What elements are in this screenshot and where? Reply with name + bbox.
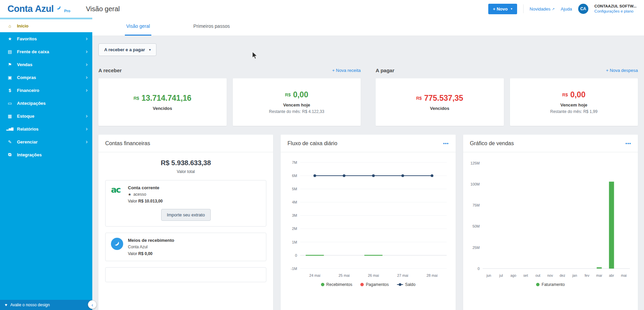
- sidebar-item-antecipacoes[interactable]: ▭ Antecipações: [0, 97, 92, 110]
- svg-text:mai: mai: [621, 274, 627, 277]
- sidebar-item-integracoes[interactable]: ⧉ Integrações: [0, 148, 92, 161]
- svg-text:dez: dez: [560, 274, 565, 277]
- header-actions: + Novo ▾ Novidades ↗ Ajuda CA CONTAAZUL …: [488, 4, 637, 14]
- panel-menu-button[interactable]: •••: [625, 141, 631, 146]
- account-card[interactable]: [105, 267, 266, 282]
- conta-corrente-card[interactable]: ac Conta corrente ★ acesso Valor: [105, 180, 266, 227]
- heart-icon: ♥: [5, 303, 7, 307]
- svg-text:28 mai: 28 mai: [427, 273, 438, 277]
- a-receber-section: A receber + Nova receita R$ 13.714.741,1…: [98, 67, 361, 126]
- main-content: Visão geral Primeiros passos A receber e…: [92, 18, 644, 310]
- legend-recebimentos: Recebimentos: [321, 282, 353, 287]
- cashflow-legend: Recebimentos Pagamentos Saldo: [284, 282, 452, 287]
- svg-text:mar: mar: [596, 274, 602, 277]
- pagar-vencidos-card[interactable]: R$ 775.537,35 Vencidos: [376, 78, 504, 126]
- collapse-sidebar-button[interactable]: ‹: [88, 300, 97, 309]
- importe-extrato-button[interactable]: Importe seu extrato: [161, 209, 211, 221]
- sidebar-item-financeiro[interactable]: $ Financeiro ›: [0, 84, 92, 97]
- sidebar-item-favoritos[interactable]: ★ Favoritos ›: [0, 32, 92, 45]
- contaazul-bird-icon: [56, 5, 62, 13]
- receber-hoje-amount: 0,00: [293, 90, 308, 99]
- meios-recebimento-valor: R$ 0,00: [138, 251, 152, 256]
- red-dot-icon: [360, 283, 364, 286]
- sidebar-item-gerenciar[interactable]: ✎ Gerenciar ›: [0, 135, 92, 148]
- contaazul-dashboard: Conta Azul Pro Visão geral + Novo ▾ Novi…: [0, 0, 644, 310]
- pagar-hoje-amount: 0,00: [570, 90, 586, 99]
- account-menu[interactable]: CONTAAZUL SOFTW... Configurações e plano: [594, 4, 637, 14]
- svg-text:out: out: [535, 274, 541, 277]
- tab-primeiros-passos[interactable]: Primeiros passos: [192, 18, 231, 36]
- chevron-right-icon: ›: [86, 139, 88, 145]
- svg-text:7M: 7M: [292, 160, 297, 164]
- sidebar-item-estoque[interactable]: ▦ Estoque ›: [0, 110, 92, 122]
- sidebar-item-vendas[interactable]: ⚑ Vendas ›: [0, 58, 92, 71]
- receber-vencidos-card[interactable]: R$ 13.714.741,16 Vencidos: [98, 78, 227, 126]
- panel-menu-button[interactable]: •••: [443, 141, 449, 146]
- chevron-right-icon: ›: [86, 36, 88, 42]
- svg-text:6M: 6M: [292, 174, 297, 178]
- sidebar-item-compras[interactable]: ▣ Compras ›: [0, 71, 92, 84]
- svg-text:5M: 5M: [292, 187, 297, 191]
- design-feedback-banner[interactable]: ♥ Avalie o nosso design: [0, 300, 92, 310]
- avatar[interactable]: CA: [578, 4, 588, 14]
- legend-saldo: Saldo: [397, 282, 416, 287]
- receber-hoje-card[interactable]: R$ 0,00 Vencem hoje Restante do mês: R$ …: [233, 78, 361, 126]
- contaazul-bird-icon: [111, 238, 123, 250]
- svg-text:25M: 25M: [472, 246, 479, 250]
- sidebar-item-frente-de-caixa[interactable]: ▤ Frente de caixa ›: [0, 45, 92, 58]
- chevron-right-icon: ›: [86, 113, 88, 119]
- favorite-star-icon[interactable]: ★: [128, 192, 131, 197]
- logo-text-azul: Azul: [35, 4, 54, 14]
- svg-text:50M: 50M: [472, 224, 479, 228]
- chevron-right-icon: ›: [86, 74, 88, 80]
- svg-text:set: set: [523, 274, 528, 277]
- chevron-right-icon: ›: [86, 49, 88, 55]
- contas-financeiras-title: Contas financeiras: [105, 140, 150, 147]
- contaazul-logo[interactable]: Conta Azul Pro: [7, 4, 70, 14]
- green-dot-icon: [536, 283, 539, 286]
- ajuda-link[interactable]: Ajuda: [561, 6, 572, 12]
- chevron-down-icon: ▾: [511, 7, 512, 11]
- svg-text:3M: 3M: [292, 213, 297, 217]
- sidebar-item-inicio[interactable]: ⌂ Início: [0, 19, 92, 32]
- legend-pagamentos: Pagamentos: [360, 282, 389, 287]
- svg-text:24 mai: 24 mai: [309, 273, 321, 277]
- meios-recebimento-card[interactable]: Meios de recebimento Conta Azul Valor R$…: [105, 233, 266, 261]
- tab-visao-geral[interactable]: Visão geral: [125, 18, 151, 36]
- novo-button[interactable]: + Novo ▾: [488, 4, 517, 14]
- page-title: Visão geral: [86, 5, 120, 13]
- novidades-link[interactable]: Novidades ↗: [530, 6, 555, 12]
- chevron-right-icon: ›: [86, 126, 88, 132]
- tab-bar: Visão geral Primeiros passos: [92, 18, 644, 36]
- cash-register-icon: ▤: [6, 49, 14, 54]
- nova-receita-link[interactable]: + Nova receita: [332, 68, 361, 73]
- svg-text:ago: ago: [510, 274, 516, 277]
- grafico-vendas-panel: Gráfico de vendas ••• 125M100M75M50M25M0…: [463, 135, 638, 310]
- top-header: Conta Azul Pro Visão geral + Novo ▾ Novi…: [0, 0, 644, 18]
- sidebar-item-relatorios[interactable]: ▂▅▇ Relatórios ›: [0, 122, 92, 135]
- a-pagar-title: A pagar: [376, 67, 394, 73]
- fluxo-caixa-title: Fluxo de caixa diário: [287, 140, 337, 147]
- nova-despesa-link[interactable]: + Nova despesa: [606, 68, 638, 73]
- a-pagar-section: A pagar + Nova despesa R$ 775.537,35 Ven…: [376, 67, 638, 126]
- pagar-hoje-card[interactable]: R$ 0,00 Vencem hoje Restante do mês: R$ …: [510, 78, 638, 126]
- content-area: A receber e a pagar ▾ A receber + Nova r…: [92, 36, 644, 310]
- svg-text:25 mai: 25 mai: [339, 273, 350, 277]
- fluxo-caixa-panel: Fluxo de caixa diário ••• 7M6M5M4M3M2M1M…: [281, 135, 455, 310]
- link-icon: ⧉: [6, 152, 14, 157]
- boxes-icon: ▦: [6, 114, 14, 119]
- svg-text:75M: 75M: [472, 203, 479, 207]
- chevron-right-icon: ›: [86, 87, 88, 93]
- receber-restante-mes: Restante do mês: R$ 4.122,33: [269, 109, 324, 114]
- bar-chart-icon: ▂▅▇: [6, 127, 14, 131]
- chevron-down-icon: ▾: [149, 48, 151, 52]
- star-icon: ★: [6, 36, 14, 41]
- receber-pagar-filter[interactable]: A receber e a pagar ▾: [98, 43, 156, 56]
- megaphone-icon: ⚑: [6, 62, 14, 67]
- svg-text:26 mai: 26 mai: [368, 273, 379, 277]
- settings-link[interactable]: Configurações e plano: [594, 9, 637, 14]
- svg-text:jan: jan: [572, 274, 577, 277]
- legend-faturamento: Faturamento: [536, 282, 565, 287]
- svg-text:2M: 2M: [292, 227, 297, 231]
- chevron-right-icon: ›: [86, 61, 88, 67]
